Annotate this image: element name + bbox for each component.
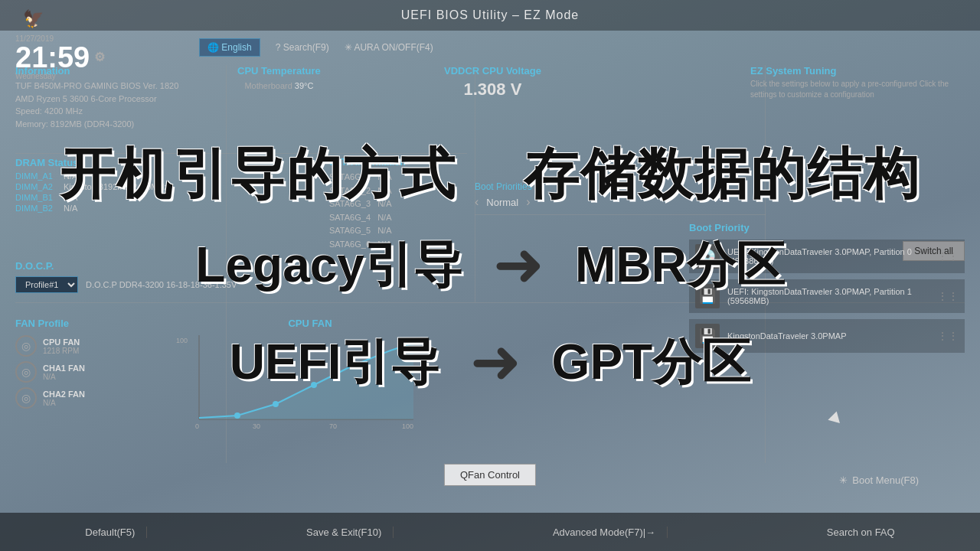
- language-button[interactable]: 🌐 English: [199, 38, 260, 57]
- boot-mode-label: Boot Priorities: [475, 181, 766, 192]
- cpu-fan-rpm: 1218 RPM: [43, 347, 80, 355]
- cha2-fan-icon: ◎: [15, 387, 37, 409]
- voltage-section: VDDCR CPU Voltage 1.308 V: [444, 65, 541, 99]
- divider-h3: [475, 214, 766, 215]
- boot-priority-title: Boot Priority: [689, 222, 965, 233]
- svg-marker-7: [199, 343, 413, 419]
- cpu-fan-chart-section: CPU FAN 100 0 30 70 100: [176, 318, 444, 435]
- dimm-a2-value: Kingston 8192MB 2400MHz: [64, 182, 168, 191]
- cpu-fan-icon: ◎: [15, 335, 37, 357]
- dimm-b2-label: DIMM_B2: [15, 204, 57, 213]
- sata-port-3: SATA6G_3 N/A: [329, 197, 467, 211]
- drag-handle-2[interactable]: ⋮⋮: [937, 290, 959, 302]
- sata-section: SATA Information SATA6G_1 N/A SATA6G_2 N…: [329, 157, 467, 252]
- info-section: Information TUF B450M-PRO GAMING BIOS Ve…: [15, 65, 230, 130]
- boot-menu-label: Boot Menu(F8): [852, 474, 919, 486]
- boot-mode-prev-arrow[interactable]: ‹: [475, 195, 479, 209]
- dimm-b2-row: DIMM_B2 N/A: [15, 204, 230, 213]
- cpu-fan-name: CPU FAN: [43, 337, 80, 347]
- cha1-fan-rpm: N/A: [43, 373, 85, 381]
- toolbar: 🌐 English ? Search(F9) ✳ AURA ON/OFF(F4): [199, 38, 433, 57]
- voltage-value: 1.308 V: [444, 80, 541, 99]
- sata-port-2: SATA6G_2 N/A: [329, 184, 467, 198]
- save-exit-button[interactable]: Save & Exit(F10): [295, 527, 394, 538]
- aura-button[interactable]: ✳ AURA ON/OFF(F4): [345, 42, 433, 53]
- brand-logo: 🦅: [23, 9, 44, 29]
- dimm-a1-label: DIMM_A1: [15, 171, 57, 181]
- boot-item-2[interactable]: 💾 UEFI: KingstonDataTraveler 3.0PMAP, Pa…: [689, 279, 965, 313]
- board-info: TUF B450M-PRO GAMING BIOS Ver. 1820: [15, 80, 230, 93]
- svg-text:0: 0: [195, 422, 199, 430]
- boot-mode-value: Normal: [486, 197, 518, 208]
- dimm-b2-value: N/A: [64, 204, 77, 213]
- fan-chart: 100 0 30 70 100: [176, 335, 421, 435]
- boot-item-1-icon: 💿: [695, 244, 720, 269]
- boot-item-3[interactable]: 💾 KingstonDataTraveler 3.0PMAP ⋮⋮: [689, 319, 965, 353]
- svg-point-8: [234, 412, 240, 419]
- search-button[interactable]: ? Search(F9): [276, 42, 329, 53]
- svg-text:100: 100: [402, 422, 413, 430]
- ez-tuning-desc: Click the settings below to apply a pre-…: [750, 79, 965, 100]
- svg-text:30: 30: [253, 422, 260, 430]
- docp-value: D.O.C.P DDR4-3200 16-18-18-36-1.35V: [86, 280, 237, 289]
- sata-port-4: SATA6G_4 N/A: [329, 211, 467, 225]
- speed-info: Speed: 4200 MHz: [15, 105, 230, 118]
- cha1-fan-info: CHA1 FAN N/A: [43, 364, 85, 381]
- dimm-a2-row: DIMM_A2 Kingston 8192MB 2400MHz: [15, 182, 230, 191]
- cha2-fan-item: ◎ CHA2 FAN N/A: [15, 387, 168, 409]
- sata-port-5: SATA6G_5 N/A: [329, 224, 467, 238]
- cpu-info: AMD Ryzen 5 3600 6-Core Processor: [15, 93, 230, 106]
- boot-item-2-icon: 💾: [695, 284, 720, 308]
- cpu-temp-section: CPU Temperature Motherboard 39°C: [237, 65, 321, 90]
- qfan-control-button[interactable]: QFan Control: [444, 464, 536, 486]
- cha2-fan-name: CHA2 FAN: [43, 390, 85, 399]
- dram-section: DRAM Status DIMM_A1 N/A DIMM_A2 Kingston…: [15, 157, 230, 214]
- dram-title: DRAM Status: [15, 157, 230, 168]
- fan-chart-svg: 100 0 30 70 100: [176, 335, 421, 435]
- cpu-fan-chart-title: CPU FAN: [176, 318, 444, 329]
- svg-text:70: 70: [329, 422, 337, 430]
- boot-item-3-icon: 💾: [695, 324, 720, 348]
- cha1-fan-name: CHA1 FAN: [43, 364, 85, 373]
- boot-mode-selector: ‹ Normal ›: [475, 195, 766, 209]
- boot-item-1[interactable]: 💿 UEFI: KingstonDataTraveler 3.0PMAP, Pa…: [689, 240, 965, 273]
- memory-info: Memory: 8192MB (DDR4-3200): [15, 118, 230, 131]
- bottom-toolbar: Default(F5) Save & Exit(F10) Advanced Mo…: [0, 513, 980, 551]
- ez-tuning-title: EZ System Tuning: [750, 65, 965, 77]
- motherboard-temp-label: Motherboard 39°C: [237, 81, 321, 90]
- fan-profile-title: FAN Profile: [15, 318, 168, 329]
- header-bar: UEFI BIOS Utility – EZ Mode: [0, 0, 980, 31]
- default-button[interactable]: Default(F5): [74, 527, 147, 538]
- search-faq-button[interactable]: Search on FAQ: [815, 527, 906, 538]
- cpu-temp-title: CPU Temperature: [237, 65, 321, 77]
- cha2-fan-rpm: N/A: [43, 399, 85, 407]
- drag-handle-3[interactable]: ⋮⋮: [937, 330, 959, 342]
- info-title: Information: [15, 65, 230, 77]
- boot-item-3-text: KingstonDataTraveler 3.0PMAP: [727, 331, 929, 341]
- dimm-a1-row: DIMM_A1 N/A: [15, 171, 230, 181]
- window-title: UEFI BIOS Utility – EZ Mode: [401, 8, 579, 22]
- cpu-fan-item: ◎ CPU FAN 1218 RPM: [15, 335, 168, 357]
- boot-menu-star-icon: ✳: [839, 474, 848, 486]
- sata-port-6: SATA6G_6 N/A: [329, 238, 467, 252]
- divider-h1: [15, 153, 467, 154]
- boot-menu-button[interactable]: ✳ Boot Menu(F8): [839, 474, 919, 486]
- dimm-b1-row: DIMM_B1 N/A: [15, 193, 230, 202]
- svg-point-10: [311, 382, 317, 388]
- boot-priority-section: Boot Priority 💿 UEFI: KingstonDataTravel…: [689, 222, 965, 353]
- boot-item-2-text: UEFI: KingstonDataTraveler 3.0PMAP, Part…: [727, 287, 929, 305]
- dimm-b1-value: N/A: [64, 193, 77, 202]
- drag-handle-1[interactable]: ⋮⋮: [937, 250, 959, 262]
- fan-profile-section: FAN Profile ◎ CPU FAN 1218 RPM ◎ CHA1 FA…: [15, 318, 168, 413]
- advanced-mode-button[interactable]: Advanced Mode(F7)|→: [541, 527, 668, 538]
- cha1-fan-icon: ◎: [15, 361, 37, 383]
- sata-title: SATA Information: [329, 157, 467, 168]
- cha2-fan-info: CHA2 FAN N/A: [43, 390, 85, 407]
- dimm-a1-value: N/A: [64, 171, 77, 181]
- docp-row: Profile#1 D.O.C.P DDR4-3200 16-18-18-36-…: [15, 276, 352, 293]
- docp-profile-select[interactable]: Profile#1: [15, 276, 78, 293]
- cha1-fan-item: ◎ CHA1 FAN N/A: [15, 361, 168, 383]
- gear-icon[interactable]: ⚙: [94, 51, 105, 64]
- cpu-fan-info: CPU FAN 1218 RPM: [43, 337, 80, 355]
- boot-mode-next-arrow[interactable]: ›: [526, 195, 530, 209]
